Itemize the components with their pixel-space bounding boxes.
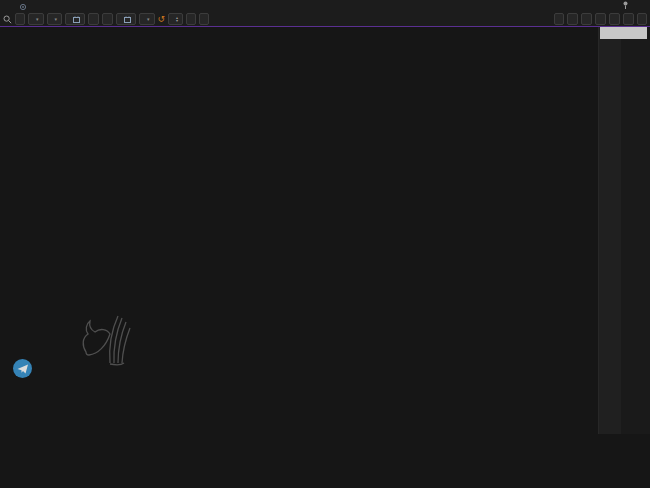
telegram-watermark [13, 359, 37, 378]
background-watermark [0, 27, 598, 434]
nav-minus1-button[interactable] [609, 13, 620, 25]
profile-mode-select[interactable]: ▾ [139, 13, 155, 25]
window-controls [622, 1, 647, 11]
calendar-icon [124, 16, 131, 23]
hide-lines-button[interactable] [199, 13, 209, 25]
pin-icon[interactable] [622, 1, 629, 11]
telegram-icon [13, 359, 32, 378]
price-axis [598, 27, 650, 434]
step-spinner[interactable]: ▴▾ [168, 13, 183, 25]
nav-minus7-button[interactable] [567, 13, 578, 25]
date-from-field[interactable] [65, 13, 85, 25]
apply-button[interactable] [637, 13, 647, 25]
nav-today-button[interactable] [595, 13, 606, 25]
current-price-box [600, 27, 647, 39]
nav-plus7-button[interactable] [581, 13, 592, 25]
date-to-field[interactable] [116, 13, 136, 25]
hide-drawings-button[interactable] [186, 13, 196, 25]
toolbar: ▾ ▾ ▾ ↺ ▴▾ [0, 12, 650, 26]
instruments-button[interactable] [554, 13, 564, 25]
timeframe-select[interactable]: ▾ [47, 13, 63, 25]
disclaimer [30, 32, 440, 68]
app-window: ▾ ▾ ▾ ↺ ▴▾ [0, 0, 650, 488]
play-forward-button[interactable] [88, 13, 99, 25]
top-bars: ▾ ▾ ▾ ↺ ▴▾ [0, 0, 650, 26]
symbol-input[interactable] [15, 13, 25, 25]
title-bar [0, 0, 650, 11]
toolbar-separator [0, 26, 650, 27]
play-back-button[interactable] [102, 13, 113, 25]
reset-icon[interactable]: ↺ [158, 15, 166, 24]
calendar-icon [73, 16, 80, 23]
whale-logo [80, 308, 136, 372]
axis-strip [599, 27, 621, 434]
nav-plus1-button[interactable] [623, 13, 634, 25]
contract-select[interactable]: ▾ [28, 13, 44, 25]
